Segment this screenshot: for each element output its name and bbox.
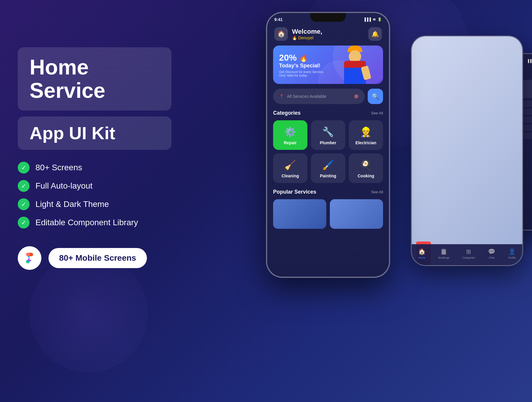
- painting-label: Painting: [320, 174, 336, 178]
- feature-label-3: Light & Dark Theme: [35, 200, 109, 209]
- plumber-icon: 🔧: [322, 126, 334, 137]
- categories-label: Categories: [273, 110, 301, 116]
- home-icon: 🏠: [277, 30, 285, 38]
- feature-item-1: ✓ 80+ Screens: [18, 162, 171, 174]
- feature-label-1: 80+ Screens: [35, 163, 82, 172]
- bottom-bar: 80+ Mobile Screens: [18, 246, 171, 270]
- feature-item-2: ✓ Full Auto-layout: [18, 180, 171, 192]
- check-icon-3: ✓: [18, 198, 30, 210]
- header-left: 🏠 Welcome, 🔥 Denuyel: [274, 27, 322, 41]
- status-time: 9:41: [274, 17, 283, 22]
- welcome-text: Welcome, 🔥 Denuyel: [292, 28, 322, 40]
- electrician-label: Electrician: [356, 140, 377, 145]
- title-box: Home Service: [18, 47, 171, 111]
- feature-label-2: Full Auto-layout: [35, 181, 93, 191]
- phone-back: 9:41 ▐▐▐ ≋ 🔋 ← Repair Add 🔍 Search for A…: [411, 35, 523, 266]
- nav-profile-label: Profile: [508, 256, 516, 259]
- popular-card-1[interactable]: [273, 199, 326, 229]
- repair-icon: ⚙️: [284, 126, 296, 137]
- promo-discount: 20% 🔥: [279, 53, 326, 63]
- nav-bookings-icon: 📋: [440, 248, 447, 255]
- discount-value: 20%: [279, 53, 297, 62]
- battery-icon: 🔋: [377, 17, 382, 22]
- phone-header: 🏠 Welcome, 🔥 Denuyel 🔔: [267, 24, 389, 46]
- painting-icon: 🖌️: [322, 159, 334, 171]
- subtitle-box: App UI Kit: [18, 116, 171, 150]
- category-plumber[interactable]: 🔧 Plumber: [311, 120, 345, 150]
- figma-logo: [18, 246, 41, 270]
- repair-label: Repair: [284, 140, 297, 145]
- feature-item-4: ✓ Editable Component Library: [18, 217, 171, 228]
- promo-banner: 20% 🔥 Today's Special! Get Discount for …: [273, 46, 383, 84]
- home-icon-button[interactable]: 🏠: [274, 27, 288, 41]
- signal-icon: ▐▐▐: [363, 17, 371, 22]
- scene2-bg: [416, 194, 518, 217]
- search-magnifier-icon: 🔍: [372, 93, 379, 100]
- nav-categories-icon: ⊞: [466, 248, 471, 255]
- nav-bookings-label: Bookings: [438, 256, 449, 259]
- main-title: Home Service: [30, 56, 160, 102]
- back-phone-nav: 🏠 Home 📋 Bookings ⊞ Categories 💬 Chat 👤: [412, 244, 522, 265]
- feature-item-3: ✓ Light & Dark Theme: [18, 198, 171, 210]
- check-icon-1: ✓: [18, 162, 30, 174]
- category-repair[interactable]: ⚙️ Repair: [273, 120, 307, 150]
- nav-chat-icon: 💬: [488, 248, 495, 255]
- notification-button[interactable]: 🔔: [368, 27, 382, 41]
- popular-see-all[interactable]: See All: [371, 190, 383, 194]
- search-container: 📍 All Services Available 🎯 🔍: [273, 89, 383, 104]
- cooking-label: Cooking: [358, 174, 374, 178]
- nav-chat-label: Chat: [489, 256, 494, 259]
- welcome-greeting: Welcome,: [292, 28, 322, 35]
- popular-card-2[interactable]: [330, 199, 383, 229]
- categories-grid: ⚙️ Repair 🔧 Plumber 👷 Electrician 🧹 Clea…: [267, 120, 389, 189]
- popular-cards: [273, 199, 383, 229]
- phone-notch: [310, 13, 346, 22]
- nav-home-icon: 🏠: [418, 248, 426, 255]
- third-status-icons: ▐▐▐ ≋ 🔋: [527, 59, 532, 63]
- plumber-label: Plumber: [320, 140, 336, 145]
- category-cleaning[interactable]: 🧹 Cleaning: [273, 153, 307, 183]
- check-icon-4: ✓: [18, 217, 30, 228]
- promo-worker: [342, 46, 377, 84]
- search-input[interactable]: 📍 All Services Available 🎯: [273, 89, 365, 104]
- second-scene: [416, 194, 518, 217]
- categories-section-header: Categories See All: [267, 110, 389, 120]
- popular-section: [267, 199, 389, 229]
- promo-title: Today's Special!: [279, 63, 326, 69]
- electrician-icon: 👷: [360, 126, 372, 137]
- feature-label-4: Editable Component Library: [35, 218, 138, 227]
- nav-categories-label: Categories: [462, 256, 475, 259]
- nav-home-label: Home: [418, 256, 425, 259]
- search-placeholder: All Services Available: [287, 94, 326, 99]
- nav-profile-icon: 👤: [508, 248, 516, 255]
- status-icons: ▐▐▐ ≋ 🔋: [363, 17, 382, 22]
- main-phone: 9:41 ▐▐▐ ≋ 🔋 🏠 Welcome, 🔥 Denuyel 🔔: [266, 12, 390, 278]
- nav-home[interactable]: 🏠 Home: [418, 248, 426, 259]
- cleaning-label: Cleaning: [281, 174, 299, 178]
- gps-icon: 📍: [279, 94, 284, 99]
- nav-profile[interactable]: 👤 Profile: [508, 248, 516, 259]
- search-button[interactable]: 🔍: [368, 89, 383, 104]
- category-painting[interactable]: 🖌️ Painting: [311, 153, 345, 183]
- popular-section-header: Popular Services See All: [267, 189, 389, 199]
- popular-label: Popular Services: [273, 189, 316, 195]
- category-electrician[interactable]: 👷 Electrician: [349, 120, 383, 150]
- left-panel: Home Service App UI Kit ✓ 80+ Screens ✓ …: [18, 47, 171, 270]
- nav-categories[interactable]: ⊞ Categories: [462, 248, 475, 259]
- nav-chat[interactable]: 💬 Chat: [488, 248, 495, 259]
- user-name: 🔥 Denuyel: [292, 35, 322, 40]
- categories-see-all[interactable]: See All: [371, 111, 383, 115]
- screens-badge: 80+ Mobile Screens: [48, 248, 147, 268]
- fire-icon: 🔥: [299, 54, 308, 62]
- target-icon: 🎯: [354, 94, 359, 99]
- feature-list: ✓ 80+ Screens ✓ Full Auto-layout ✓ Light…: [18, 162, 171, 228]
- nav-bookings[interactable]: 📋 Bookings: [438, 248, 449, 259]
- subtitle-text: App UI Kit: [30, 123, 160, 143]
- cleaning-icon: 🧹: [284, 159, 296, 171]
- screens-badge-text: 80+ Mobile Screens: [59, 253, 136, 262]
- notification-icon: 🔔: [372, 30, 379, 38]
- wifi-icon: ≋: [373, 17, 376, 22]
- phones-container: ▐▐▐ ≋ 🔋 9:41 Master ... Jabriel Card hol…: [207, 0, 532, 402]
- check-icon-2: ✓: [18, 180, 30, 192]
- category-cooking[interactable]: 🍳 Cooking: [349, 153, 383, 183]
